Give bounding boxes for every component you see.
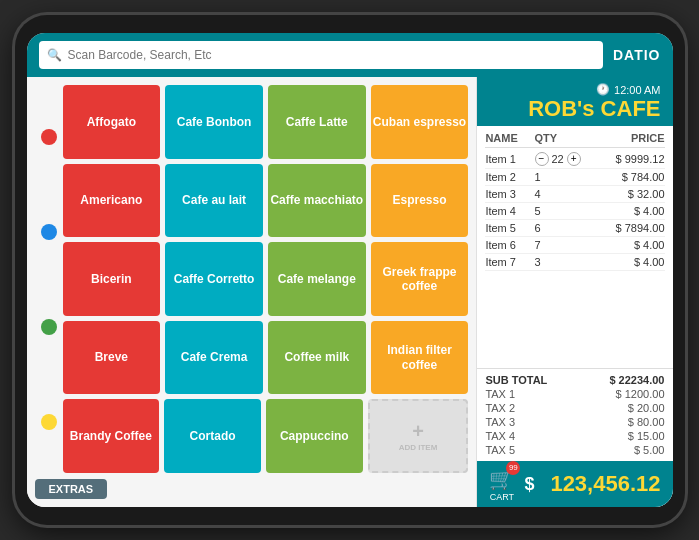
tax-value: $ 15.00 [628,430,665,442]
cafe-name-prefix: ROB's [528,96,600,121]
btn-affogato[interactable]: Affogato [63,85,161,159]
tablet-inner: 🔍 DATIO [27,33,673,507]
order-row: Item 2 1 $ 784.00 [485,169,664,186]
tax-row-5: TAX 5 $ 5.00 [485,443,664,457]
total-amount: 123,456.12 [550,471,660,497]
item-price: $ 7894.00 [585,222,665,234]
btn-cortado[interactable]: Cortado [164,399,261,473]
tablet-frame: 🔍 DATIO [15,15,685,525]
qty-increment[interactable]: + [567,152,581,166]
tax-row-2: TAX 2 $ 20.00 [485,401,664,415]
dot-blue[interactable] [41,224,57,240]
cart-icon-wrap: 🛒 99 [489,467,514,491]
btn-caffe-latte[interactable]: Caffe Latte [268,85,366,159]
grid-row-1: Affogato Cafe Bonbon Caffe Latte Cuban e… [63,85,469,159]
qty-value: 22 [552,153,564,165]
btn-indian-filter[interactable]: Indian filter coffee [371,321,469,395]
item-name: Item 7 [485,256,534,268]
grid-row-3: Bicerin Caffe Corretto Cafe melange Gree… [63,242,469,316]
extras-button[interactable]: EXTRAS [35,479,108,499]
top-bar: 🔍 DATIO [27,33,673,77]
item-price: $ 4.00 [585,256,665,268]
order-table: NAME QTY PRICE Item 1 − 22 + $ 9999.12 [477,126,672,368]
btn-espresso[interactable]: Espresso [371,164,469,238]
tax-row-1: TAX 1 $ 1200.00 [485,387,664,401]
bottom-bar: 🛒 99 CART $ 123,456.12 [477,461,672,507]
order-row: Item 6 7 $ 4.00 [485,237,664,254]
button-grid: Affogato Cafe Bonbon Caffe Latte Cuban e… [63,85,469,473]
qty-value: 7 [535,239,585,251]
btn-cafe-melange[interactable]: Cafe melange [268,242,366,316]
dot-yellow[interactable] [41,414,57,430]
tax-row-3: TAX 3 $ 80.00 [485,415,664,429]
subtotal-value: $ 22234.00 [609,374,664,386]
subtotals-section: SUB TOTAL $ 22234.00 TAX 1 $ 1200.00 TAX… [477,368,672,461]
btn-breve[interactable]: Breve [63,321,161,395]
btn-cuban-espresso[interactable]: Cuban espresso [371,85,469,159]
subtotal-label: SUB TOTAL [485,374,547,386]
left-panel-inner: Affogato Cafe Bonbon Caffe Latte Cuban e… [35,85,469,473]
dollar-sign: $ [524,474,534,495]
btn-bicerin[interactable]: Bicerin [63,242,161,316]
cart-badge: 99 [506,461,520,475]
item-name: Item 6 [485,239,534,251]
tax-row-4: TAX 4 $ 15.00 [485,429,664,443]
item-price: $ 32.00 [585,188,665,200]
order-row: Item 4 5 $ 4.00 [485,203,664,220]
brand-label: DATIO [613,47,661,63]
btn-add-item[interactable]: + ADD ITEM [368,399,469,473]
col-qty: QTY [535,132,585,144]
right-header: 🕐 12:00 AM ROB's CAFE [477,77,672,126]
btn-greek-frappe[interactable]: Greek frappe coffee [371,242,469,316]
btn-brandy-coffee[interactable]: Brandy Coffee [63,399,160,473]
search-icon: 🔍 [47,48,62,62]
btn-cafe-au-lait[interactable]: Cafe au lait [165,164,263,238]
item-name: Item 3 [485,188,534,200]
grid-row-2: Americano Cafe au lait Caffe macchiato E… [63,164,469,238]
tax-label: TAX 3 [485,416,515,428]
search-input[interactable] [68,48,595,62]
qty-value: 3 [535,256,585,268]
left-panel: Affogato Cafe Bonbon Caffe Latte Cuban e… [27,77,477,507]
qty-control: − 22 + [535,152,585,166]
qty-value: 4 [535,188,585,200]
item-price: $ 9999.12 [585,153,665,165]
item-name: Item 5 [485,222,534,234]
cart-label: CART [490,492,514,502]
btn-caffe-corretto[interactable]: Caffe Corretto [165,242,263,316]
btn-caffe-macchiato[interactable]: Caffe macchiato [268,164,366,238]
cafe-title: ROB's CAFE [489,96,660,122]
btn-cafe-crema[interactable]: Cafe Crema [165,321,263,395]
time-display: 12:00 AM [614,84,660,96]
cart-section[interactable]: 🛒 99 CART [489,467,514,502]
btn-cappuccino[interactable]: Cappuccino [266,399,363,473]
dot-green[interactable] [41,319,57,335]
order-row: Item 7 3 $ 4.00 [485,254,664,271]
btn-coffee-milk[interactable]: Coffee milk [268,321,366,395]
cafe-name-suffix: CAFE [601,96,661,121]
tax-label: TAX 1 [485,388,515,400]
clock-icon: 🕐 [596,83,610,96]
tax-value: $ 80.00 [628,416,665,428]
tax-value: $ 20.00 [628,402,665,414]
btn-cafe-bonbon[interactable]: Cafe Bonbon [165,85,263,159]
search-box[interactable]: 🔍 [39,41,603,69]
btn-americano[interactable]: Americano [63,164,161,238]
item-price: $ 4.00 [585,239,665,251]
item-price: $ 4.00 [585,205,665,217]
qty-value: 5 [535,205,585,217]
subtotal-row: SUB TOTAL $ 22234.00 [485,373,664,387]
time-row: 🕐 12:00 AM [489,83,660,96]
dot-red[interactable] [41,129,57,145]
tax-label: TAX 5 [485,444,515,456]
qty-value: 1 [535,171,585,183]
grid-row-5: Brandy Coffee Cortado Cappuccino + ADD I… [63,399,469,473]
order-row: Item 1 − 22 + $ 9999.12 [485,150,664,169]
order-header: NAME QTY PRICE [485,132,664,148]
col-name: NAME [485,132,534,144]
grid-row-4: Breve Cafe Crema Coffee milk Indian filt… [63,321,469,395]
item-name: Item 2 [485,171,534,183]
qty-decrement[interactable]: − [535,152,549,166]
item-price: $ 784.00 [585,171,665,183]
tax-value: $ 1200.00 [616,388,665,400]
